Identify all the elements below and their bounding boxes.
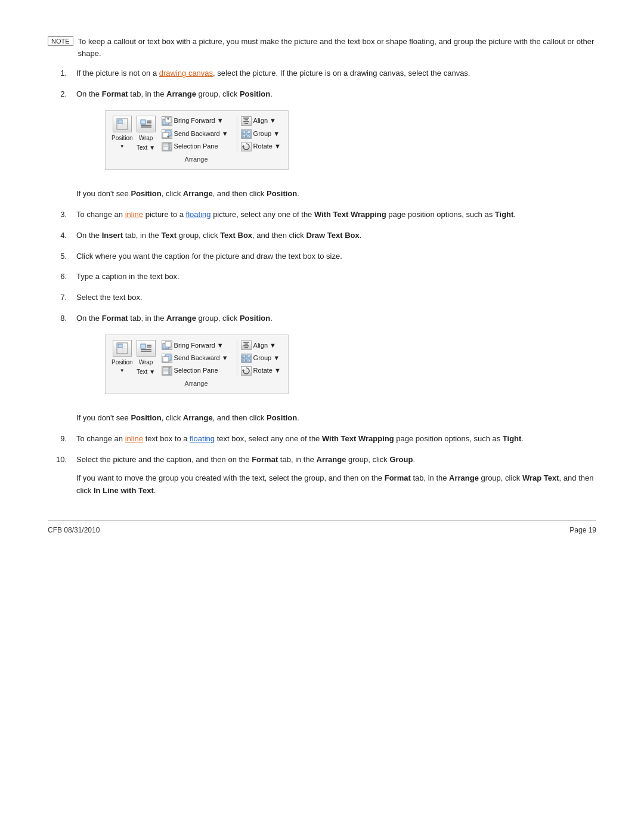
- step-num-8: 8.: [48, 312, 67, 404]
- align-btn-1[interactable]: Align ▼: [241, 116, 281, 126]
- selection-pane-btn-2[interactable]: Selection Pane: [162, 366, 228, 376]
- position-icon-2: [113, 340, 132, 357]
- step-content-1: If the picture is not on a drawing canva…: [76, 67, 596, 80]
- arrange-title-1: Arrange: [112, 153, 281, 165]
- step-1: 1. If the picture is not on a drawing ca…: [48, 67, 596, 80]
- svg-marker-57: [242, 369, 244, 371]
- bring-forward-btn-2[interactable]: Bring Forward ▼: [162, 340, 228, 351]
- step-content-4: On the Insert tab, in the Text group, cl…: [76, 230, 596, 242]
- group-label-2: Group ▼: [253, 353, 280, 364]
- step-content-8: On the Format tab, in the Arrange group,…: [76, 312, 596, 404]
- send-backward-icon-2: [162, 354, 172, 363]
- send-backward-label-1: Send Backward ▼: [174, 129, 228, 140]
- position-button-2[interactable]: Position ▼: [112, 340, 133, 377]
- bring-forward-icon-1: [162, 116, 172, 126]
- step-10: 10. Select the picture and the caption, …: [48, 454, 596, 497]
- drawing-canvas-link[interactable]: drawing canvas: [159, 69, 213, 78]
- align-icon-2: [241, 340, 252, 350]
- svg-rect-35: [141, 344, 145, 348]
- step-num-5: 5.: [48, 250, 67, 263]
- svg-rect-1: [118, 120, 122, 123]
- selection-pane-label-2: Selection Pane: [174, 366, 218, 376]
- rotate-icon-2: [241, 366, 252, 376]
- inline-link-2[interactable]: inline: [125, 434, 143, 443]
- wrap-text-label2-1: Text ▼: [137, 143, 155, 153]
- position-label-2: Position: [112, 358, 133, 367]
- inline-link-1[interactable]: inline: [125, 210, 143, 219]
- step-num-6: 6.: [48, 271, 67, 283]
- wrap-text-button-2[interactable]: Wrap Text ▼: [137, 340, 156, 377]
- arrange-title-2: Arrange: [112, 377, 281, 389]
- arrange-box-2: Position ▼: [105, 329, 596, 401]
- align-btn-2[interactable]: Align ▼: [241, 340, 281, 351]
- step-content-5: Click where you want the caption for the…: [76, 250, 596, 263]
- align-label-2: Align ▼: [253, 340, 276, 351]
- bring-forward-label-1: Bring Forward ▼: [174, 116, 224, 126]
- step-6: 6. Type a caption in the text box.: [48, 271, 596, 283]
- send-backward-btn-2[interactable]: Send Backward ▼: [162, 353, 228, 364]
- floating-link-2[interactable]: floating: [190, 434, 215, 443]
- selection-pane-btn-1[interactable]: Selection Pane: [162, 141, 228, 152]
- rotate-icon-1: [241, 142, 252, 151]
- step-content-9: To change an inline text box to a floati…: [76, 433, 596, 445]
- selection-pane-icon-1: [162, 142, 172, 151]
- position-arrow-1: ▼: [120, 143, 125, 151]
- step-num-1: 1.: [48, 67, 67, 80]
- wrap-text-label2-2: Text ▼: [137, 367, 155, 377]
- rotate-btn-2[interactable]: Rotate ▼: [241, 366, 281, 376]
- svg-rect-32: [118, 344, 122, 348]
- wrap-text-label-1: Wrap: [139, 134, 153, 143]
- send-backward-icon-1: [162, 129, 172, 139]
- steps-list: 1. If the picture is not on a drawing ca…: [48, 67, 596, 497]
- step-num-10: 10.: [48, 454, 67, 497]
- step-num-7: 7.: [48, 292, 67, 304]
- bring-forward-btn-1[interactable]: Bring Forward ▼: [162, 116, 228, 126]
- rotate-label-2: Rotate ▼: [253, 366, 281, 376]
- note-label: NOTE: [48, 36, 73, 46]
- wrap-text-button-1[interactable]: Wrap Text ▼: [137, 116, 156, 153]
- step-content-7: Select the text box.: [76, 292, 596, 304]
- if-note-content-1: If you don't see Position, click Arrange…: [76, 188, 596, 200]
- align-icon-1: [241, 116, 252, 126]
- group-icon-2: [241, 354, 252, 363]
- group-btn-1[interactable]: Group ▼: [241, 129, 281, 140]
- step-5: 5. Click where you want the caption for …: [48, 250, 596, 263]
- send-backward-label-2: Send Backward ▼: [174, 353, 228, 364]
- step-num-4: 4.: [48, 230, 67, 242]
- if-note-content-2: If you don't see Position, click Arrange…: [76, 412, 596, 425]
- step-9: 9. To change an inline text box to a flo…: [48, 433, 596, 445]
- selection-pane-icon-2: [162, 366, 172, 376]
- step-4: 4. On the Insert tab, in the Text group,…: [48, 230, 596, 242]
- position-button-1[interactable]: Position ▼: [112, 116, 133, 153]
- step-content-10: Select the picture and the caption, and …: [76, 454, 596, 497]
- step-content-2: On the Format tab, in the Arrange group,…: [76, 88, 596, 179]
- wrap-text-icon-1: [137, 116, 156, 132]
- position-icon-1: [113, 116, 132, 132]
- step-8: 8. On the Format tab, in the Arrange gro…: [48, 312, 596, 404]
- rotate-btn-1[interactable]: Rotate ▼: [241, 141, 281, 152]
- group-icon-1: [241, 129, 252, 139]
- svg-rect-45: [169, 367, 171, 374]
- align-label-1: Align ▼: [253, 116, 276, 126]
- group-btn-2[interactable]: Group ▼: [241, 353, 281, 364]
- floating-link-1[interactable]: floating: [186, 210, 211, 219]
- send-backward-btn-1[interactable]: Send Backward ▼: [162, 129, 228, 140]
- footer-right: Page 19: [569, 526, 596, 534]
- svg-rect-4: [141, 120, 145, 124]
- step-10-subnote: If you want to move the group you create…: [76, 472, 596, 497]
- svg-marker-30: [242, 145, 244, 147]
- step-3: 3. To change an inline picture to a floa…: [48, 209, 596, 221]
- svg-rect-41: [165, 342, 171, 347]
- bring-forward-label-2: Bring Forward ▼: [174, 340, 224, 351]
- footer-left: CFB 08/31/2010: [48, 526, 100, 534]
- rotate-label-1: Rotate ▼: [253, 141, 281, 152]
- svg-rect-43: [163, 357, 169, 362]
- step-2: 2. On the Format tab, in the Arrange gro…: [48, 88, 596, 179]
- step-num-9: 9.: [48, 433, 67, 445]
- position-arrow-2: ▼: [120, 367, 125, 375]
- if-note-2: If you don't see Position, click Arrange…: [48, 412, 596, 425]
- footer: CFB 08/31/2010 Page 19: [48, 521, 596, 534]
- group-label-1: Group ▼: [253, 129, 280, 140]
- wrap-text-icon-2: [137, 340, 156, 357]
- bring-forward-icon-2: [162, 340, 172, 350]
